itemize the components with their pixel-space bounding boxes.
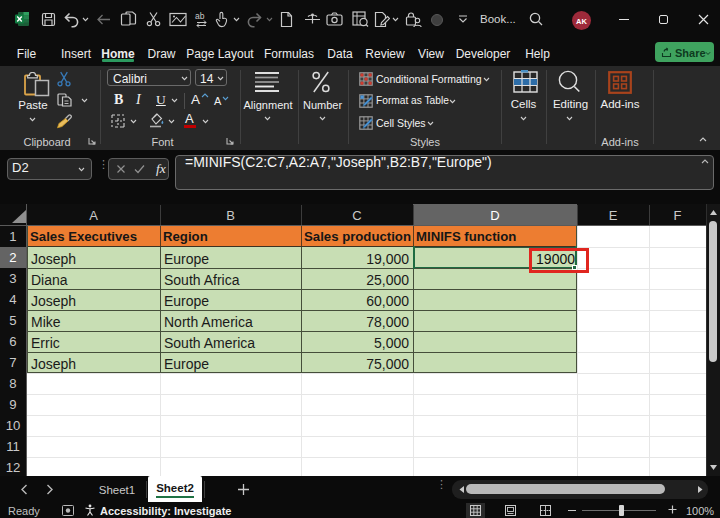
svg-text:ab: ab [195,11,205,21]
